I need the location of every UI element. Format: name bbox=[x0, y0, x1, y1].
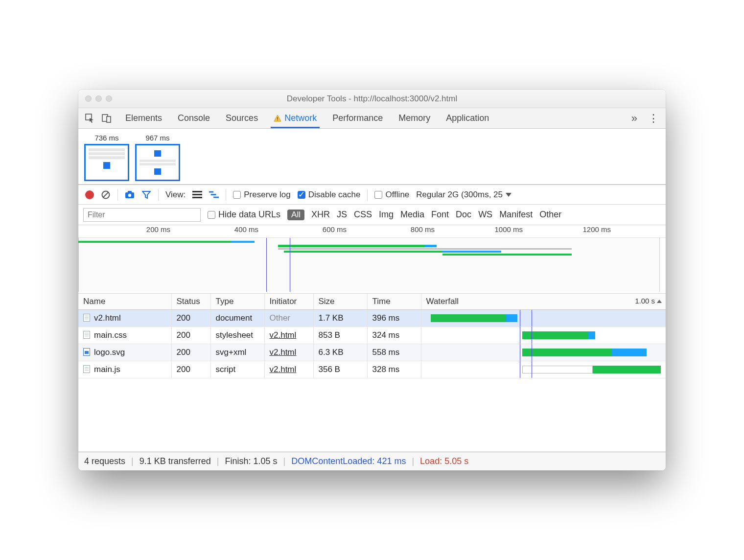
status-transferred: 9.1 KB transferred bbox=[140, 456, 211, 467]
table-header-row: Name Status Type Initiator Size Time Wat… bbox=[78, 294, 666, 310]
preserve-log-label: Preserve log bbox=[244, 190, 290, 200]
large-rows-icon[interactable] bbox=[192, 190, 202, 200]
view-label: View: bbox=[165, 190, 186, 200]
filter-bar: Hide data URLs All XHR JS CSS Img Media … bbox=[78, 205, 666, 225]
request-type: document bbox=[210, 310, 264, 327]
device-toggle-icon[interactable] bbox=[102, 114, 112, 123]
zoom-icon[interactable] bbox=[106, 95, 112, 102]
tab-performance[interactable]: Performance bbox=[332, 109, 383, 127]
more-tabs-icon[interactable]: » bbox=[631, 112, 637, 125]
col-status[interactable]: Status bbox=[171, 294, 210, 310]
throttling-select[interactable]: Regular 2G (300ms, 25 bbox=[416, 190, 512, 200]
filmstrip-frame-label: 967 ms bbox=[135, 134, 180, 142]
overview-timeline[interactable]: 200 ms 400 ms 600 ms 800 ms 1000 ms 1200… bbox=[78, 225, 666, 294]
filter-input[interactable] bbox=[83, 208, 201, 222]
divider: | bbox=[217, 456, 219, 467]
offline-checkbox[interactable]: Offline bbox=[374, 190, 409, 200]
request-initiator[interactable]: v2.html bbox=[270, 365, 297, 374]
disable-cache-checkbox[interactable]: ✓ Disable cache bbox=[298, 190, 361, 200]
tab-network[interactable]: Network bbox=[274, 109, 317, 127]
request-initiator[interactable]: v2.html bbox=[270, 348, 297, 357]
svg-rect-4 bbox=[277, 119, 278, 120]
capture-screenshots-icon[interactable] bbox=[125, 190, 135, 200]
network-toolbar: View: Preserve log ✓ Disable cache Offli… bbox=[78, 185, 666, 205]
dcl-line bbox=[266, 238, 267, 292]
request-size: 853 B bbox=[313, 327, 367, 344]
tab-console[interactable]: Console bbox=[178, 109, 210, 127]
tab-elements[interactable]: Elements bbox=[125, 109, 162, 127]
filmstrip-thumbnail bbox=[84, 144, 129, 181]
svg-rect-13 bbox=[209, 191, 213, 192]
filter-type-js[interactable]: JS bbox=[337, 210, 347, 220]
svg-rect-3 bbox=[277, 117, 278, 119]
warning-icon bbox=[274, 115, 281, 122]
hide-data-urls-checkbox[interactable]: Hide data URLs bbox=[208, 210, 280, 220]
col-initiator[interactable]: Initiator bbox=[264, 294, 313, 310]
close-icon[interactable] bbox=[85, 95, 92, 102]
ruler-tick: 1200 ms bbox=[582, 225, 613, 233]
waterfall-cell bbox=[426, 347, 661, 358]
filter-type-img[interactable]: Img bbox=[379, 210, 394, 220]
filter-icon[interactable] bbox=[141, 190, 151, 200]
filmstrip-frame[interactable]: 736 ms bbox=[84, 134, 129, 181]
filter-type-manifest[interactable]: Manifest bbox=[499, 210, 533, 220]
table-row[interactable]: v2.html 200 document Other 1.7 KB 396 ms bbox=[78, 310, 666, 327]
svg-rect-14 bbox=[211, 194, 216, 195]
ruler-tick: 600 ms bbox=[323, 225, 349, 233]
col-size[interactable]: Size bbox=[313, 294, 367, 310]
disable-cache-label: Disable cache bbox=[308, 190, 361, 200]
clear-icon[interactable] bbox=[101, 190, 111, 200]
filter-type-doc[interactable]: Doc bbox=[456, 210, 471, 220]
status-bar: 4 requests | 9.1 KB transferred | Finish… bbox=[78, 452, 666, 470]
filter-type-other[interactable]: Other bbox=[539, 210, 561, 220]
checkbox-icon bbox=[233, 191, 241, 199]
col-time[interactable]: Time bbox=[367, 294, 421, 310]
col-waterfall-label: Waterfall bbox=[426, 297, 459, 306]
image-file-icon bbox=[83, 348, 90, 356]
divider: | bbox=[412, 456, 414, 467]
table-row[interactable]: logo.svg 200 svg+xml v2.html 6.3 KB 558 … bbox=[78, 344, 666, 361]
ruler-tick: 1000 ms bbox=[494, 225, 525, 233]
request-initiator[interactable]: v2.html bbox=[270, 330, 297, 340]
main-tabs: Elements Console Sources Network Perform… bbox=[78, 108, 666, 129]
filter-type-ws[interactable]: WS bbox=[478, 210, 492, 220]
tab-sources[interactable]: Sources bbox=[226, 109, 258, 127]
filter-type-css[interactable]: CSS bbox=[354, 210, 372, 220]
divider: | bbox=[283, 456, 286, 467]
inspect-icon[interactable] bbox=[85, 114, 95, 123]
filter-type-xhr[interactable]: XHR bbox=[311, 210, 330, 220]
record-button[interactable] bbox=[85, 190, 94, 199]
filmstrip-frame[interactable]: 967 ms bbox=[135, 134, 180, 181]
tab-application[interactable]: Application bbox=[446, 109, 489, 127]
ruler-tick: 800 ms bbox=[411, 225, 437, 233]
svg-rect-11 bbox=[192, 194, 202, 195]
filter-type-all[interactable]: All bbox=[287, 210, 304, 220]
kebab-menu-icon[interactable]: ⋮ bbox=[648, 112, 659, 125]
col-name[interactable]: Name bbox=[78, 294, 171, 310]
table-row[interactable]: main.css 200 stylesheet v2.html 853 B 32… bbox=[78, 327, 666, 344]
request-type: stylesheet bbox=[210, 327, 264, 344]
minimize-icon[interactable] bbox=[95, 95, 102, 102]
request-status: 200 bbox=[171, 361, 210, 378]
filmstrip-thumbnail bbox=[135, 144, 180, 181]
tab-memory[interactable]: Memory bbox=[398, 109, 430, 127]
table-row[interactable]: main.js 200 script v2.html 356 B 328 ms bbox=[78, 361, 666, 378]
svg-rect-15 bbox=[213, 196, 219, 198]
overview-bar bbox=[425, 245, 437, 247]
col-waterfall[interactable]: Waterfall 1.00 s bbox=[421, 294, 666, 310]
col-type[interactable]: Type bbox=[210, 294, 264, 310]
request-status: 200 bbox=[171, 344, 210, 361]
empty-space bbox=[78, 378, 666, 452]
filter-type-media[interactable]: Media bbox=[400, 210, 424, 220]
request-size: 6.3 KB bbox=[313, 344, 367, 361]
svg-rect-10 bbox=[192, 191, 202, 192]
preserve-log-checkbox[interactable]: Preserve log bbox=[233, 190, 290, 200]
overview-bar bbox=[442, 254, 572, 256]
waterfall-view-icon[interactable] bbox=[209, 190, 219, 200]
request-status: 200 bbox=[171, 310, 210, 327]
filter-type-font[interactable]: Font bbox=[431, 210, 449, 220]
marker-line bbox=[290, 238, 290, 292]
tab-network-label: Network bbox=[284, 113, 317, 123]
status-requests: 4 requests bbox=[84, 456, 125, 467]
document-file-icon bbox=[83, 365, 90, 373]
